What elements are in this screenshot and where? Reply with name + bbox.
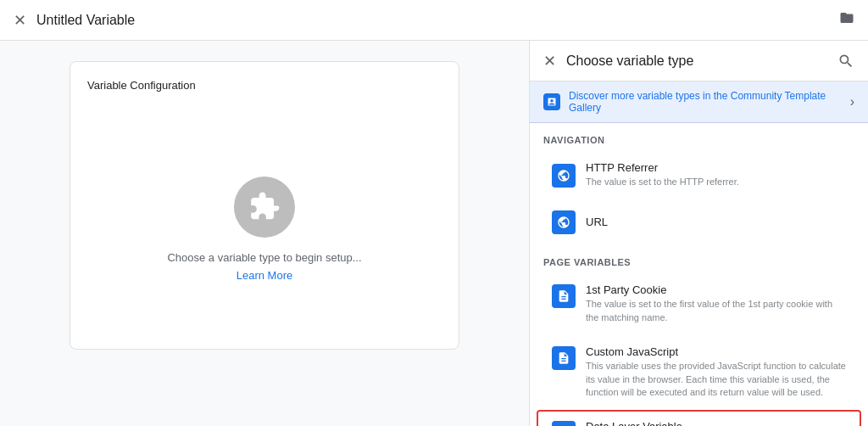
- custom-js-desc: This variable uses the provided JavaScri…: [586, 360, 846, 399]
- learn-more-link[interactable]: Learn More: [236, 269, 292, 282]
- section-navigation-label: Navigation: [530, 123, 868, 150]
- variable-type-list: Navigation HTTP Referrer The value is se…: [530, 123, 868, 426]
- data-layer-icon: [552, 421, 576, 426]
- right-panel-title: Choose variable type: [566, 53, 837, 69]
- right-header: ✕ Choose variable type: [530, 41, 868, 81]
- 1st-party-cookie-icon: [552, 284, 576, 308]
- config-prompt: Choose a variable type to begin setup...: [167, 251, 361, 264]
- http-referrer-icon: [552, 164, 576, 188]
- url-text: URL: [586, 216, 846, 228]
- community-banner[interactable]: Discover more variable types in the Comm…: [530, 81, 868, 123]
- right-close-button[interactable]: ✕: [543, 52, 556, 70]
- url-name: URL: [586, 216, 846, 228]
- 1st-party-cookie-desc: The value is set to the first value of t…: [586, 298, 846, 324]
- variable-item-url[interactable]: URL: [537, 199, 861, 244]
- data-layer-text: Data Layer Variable: [586, 420, 846, 426]
- variable-config-title: Variable Configuration: [87, 79, 196, 92]
- config-center: Choose a variable type to begin setup...…: [87, 109, 442, 332]
- http-referrer-desc: The value is set to the HTTP referrer.: [586, 176, 846, 188]
- 1st-party-cookie-text: 1st Party Cookie The value is set to the…: [586, 283, 846, 324]
- right-panel: ✕ Choose variable type Discover more var…: [529, 41, 868, 426]
- variable-config-card: Variable Configuration Choose a variable…: [70, 61, 459, 350]
- data-layer-name: Data Layer Variable: [586, 420, 846, 426]
- main-layout: Variable Configuration Choose a variable…: [0, 41, 868, 426]
- community-banner-text: Discover more variable types in the Comm…: [569, 90, 850, 114]
- http-referrer-text: HTTP Referrer The value is set to the HT…: [586, 161, 846, 188]
- variable-item-data-layer[interactable]: Data Layer Variable: [537, 410, 861, 426]
- puzzle-icon: [234, 177, 295, 238]
- community-icon: [543, 93, 560, 110]
- variable-item-http-referrer[interactable]: HTTP Referrer The value is set to the HT…: [537, 151, 861, 199]
- left-panel: Variable Configuration Choose a variable…: [0, 41, 529, 426]
- variable-item-1st-party-cookie[interactable]: 1st Party Cookie The value is set to the…: [537, 273, 861, 334]
- page-title: Untitled Variable: [36, 13, 832, 28]
- variable-item-custom-js[interactable]: Custom JavaScript This variable uses the…: [537, 335, 861, 409]
- search-icon[interactable]: [837, 53, 854, 70]
- custom-js-name: Custom JavaScript: [586, 345, 846, 358]
- chevron-right-icon: ›: [850, 94, 854, 109]
- custom-js-text: Custom JavaScript This variable uses the…: [586, 345, 846, 399]
- folder-icon[interactable]: [839, 10, 854, 30]
- custom-js-icon: [552, 346, 576, 370]
- section-page-variables-label: Page Variables: [530, 245, 868, 272]
- header-close-button[interactable]: ✕: [14, 11, 26, 30]
- 1st-party-cookie-name: 1st Party Cookie: [586, 283, 846, 296]
- main-header: ✕ Untitled Variable: [0, 0, 868, 41]
- http-referrer-name: HTTP Referrer: [586, 161, 846, 174]
- url-icon: [552, 210, 576, 234]
